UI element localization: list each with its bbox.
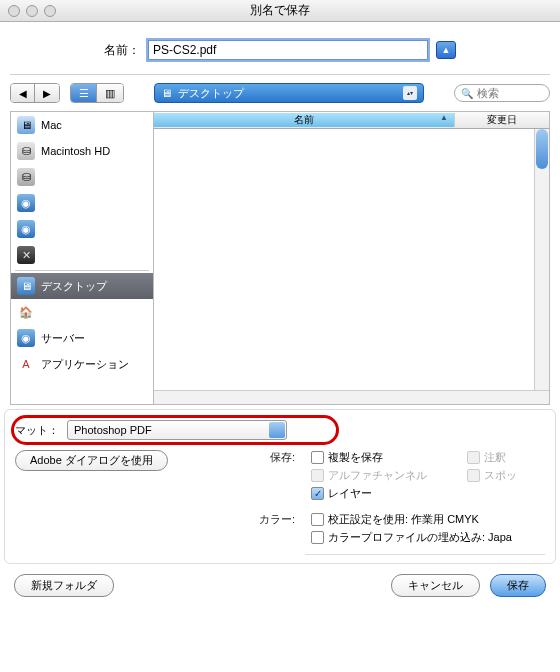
filename-input[interactable] [148, 40, 428, 60]
new-folder-button[interactable]: 新規フォルダ [14, 574, 114, 597]
sidebar: 🖥Mac ⛁Macintosh HD ⛁ ◉ ◉ ✕ 🖥デスクトップ 🏠 ◉サー… [10, 112, 154, 404]
color-section-label: カラー: [245, 512, 295, 548]
desktop-icon: 🖥 [161, 87, 172, 99]
applications-icon: A [17, 355, 35, 373]
format-label: マット： [15, 423, 59, 438]
back-button[interactable]: ◀ [11, 84, 35, 102]
location-label: デスクトップ [178, 86, 244, 101]
search-field[interactable]: 🔍 [454, 84, 550, 102]
options-panel: マット： Photoshop PDF Adobe ダイアログを使用 保存: 複製… [4, 409, 556, 564]
nav-buttons: ◀ ▶ [10, 83, 60, 103]
home-icon: 🏠 [17, 303, 35, 321]
file-browser: 🖥Mac ⛁Macintosh HD ⛁ ◉ ◉ ✕ 🖥デスクトップ 🏠 ◉サー… [10, 111, 550, 405]
format-select[interactable]: Photoshop PDF [67, 420, 287, 440]
sidebar-item[interactable]: ◉サーバー [11, 325, 153, 351]
cancel-button[interactable]: キャンセル [391, 574, 480, 597]
chevron-updown-icon: ▴▾ [403, 86, 417, 100]
alpha-checkbox [311, 469, 324, 482]
sidebar-item[interactable]: ⛁Macintosh HD [11, 138, 153, 164]
save-section-label: 保存: [245, 450, 295, 504]
column-headers: 名前 変更日 [154, 112, 549, 129]
server-icon: ◉ [17, 329, 35, 347]
sidebar-item[interactable]: ◉ [11, 190, 153, 216]
search-icon: 🔍 [461, 88, 473, 99]
proof-checkbox[interactable] [311, 513, 324, 526]
column-view-button[interactable]: ▥ [97, 84, 123, 102]
file-list[interactable]: 名前 変更日 [154, 112, 550, 404]
list-view-button[interactable]: ☰ [71, 84, 97, 102]
sidebar-item[interactable]: ✕ [11, 242, 153, 268]
imac-icon: 🖥 [17, 116, 35, 134]
sidebar-item[interactable]: 🏠 [11, 299, 153, 325]
duplicate-checkbox[interactable] [311, 451, 324, 464]
view-switcher: ☰ ▥ [70, 83, 124, 103]
sidebar-item[interactable]: 🖥Mac [11, 112, 153, 138]
dialog-footer: 新規フォルダ キャンセル 保存 [0, 564, 560, 607]
search-input[interactable] [477, 87, 537, 99]
column-name[interactable]: 名前 [154, 113, 455, 127]
column-modified[interactable]: 変更日 [455, 113, 549, 127]
disk-icon: ✕ [17, 246, 35, 264]
layers-checkbox[interactable]: ✓ [311, 487, 324, 500]
forward-button[interactable]: ▶ [35, 84, 59, 102]
disclosure-toggle[interactable]: ▲ [436, 41, 456, 59]
filename-row: 名前： ▲ [0, 22, 560, 74]
desktop-icon: 🖥 [17, 277, 35, 295]
globe-icon: ◉ [17, 194, 35, 212]
location-popup[interactable]: 🖥 デスクトップ ▴▾ [154, 83, 424, 103]
filename-label: 名前： [104, 42, 140, 59]
sidebar-item[interactable]: Aアプリケーション [11, 351, 153, 377]
save-button[interactable]: 保存 [490, 574, 546, 597]
adobe-dialog-button[interactable]: Adobe ダイアログを使用 [15, 450, 168, 471]
browser-toolbar: ◀ ▶ ☰ ▥ 🖥 デスクトップ ▴▾ 🔍 [0, 75, 560, 111]
window-title: 別名で保存 [0, 2, 560, 19]
sidebar-item[interactable]: ⛁ [11, 164, 153, 190]
hdd-icon: ⛁ [17, 142, 35, 160]
embed-profile-checkbox[interactable] [311, 531, 324, 544]
horizontal-scrollbar[interactable] [154, 390, 549, 404]
volume-icon: ⛁ [17, 168, 35, 186]
sidebar-item[interactable]: ◉ [11, 216, 153, 242]
annotations-checkbox [467, 451, 480, 464]
spot-checkbox [467, 469, 480, 482]
vertical-scrollbar[interactable] [534, 129, 549, 390]
globe-icon: ◉ [17, 220, 35, 238]
titlebar: 別名で保存 [0, 0, 560, 22]
sidebar-item-desktop[interactable]: 🖥デスクトップ [11, 273, 153, 299]
